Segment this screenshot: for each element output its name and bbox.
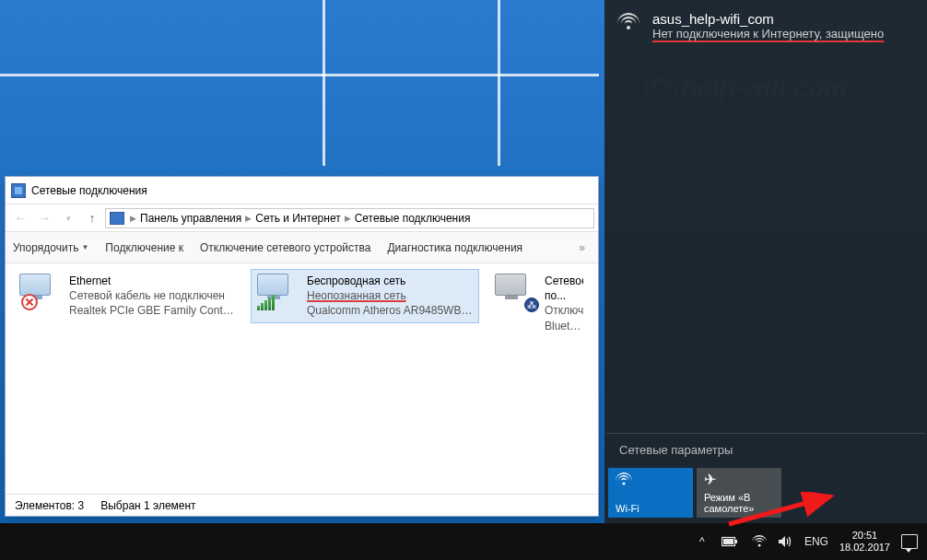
network-connections-window: Сетевые подключения ← → ▾ ↑ ▶ Панель упр…: [5, 176, 599, 517]
adapter-status: Отключено: [545, 303, 583, 318]
network-settings-link[interactable]: Сетевые параметры: [604, 434, 927, 464]
adapter-name: Сетевое по...: [545, 274, 583, 303]
status-bar: Элементов: 3 Выбран 1 элемент: [6, 494, 598, 516]
volume-icon[interactable]: [777, 533, 793, 550]
control-panel-icon: [110, 212, 124, 225]
tile-label: Режим «В самолете»: [704, 492, 774, 514]
clock-date: 18.02.2017: [839, 542, 890, 554]
address-bar: ← → ▾ ↑ ▶ Панель управления ▶ Сеть и Инт…: [6, 204, 598, 232]
system-tray: ^ ENG 20:51 18.02.2017: [694, 530, 927, 553]
adapter-list: Ethernet Сетевой кабель не подключен Rea…: [6, 263, 598, 494]
breadcrumb-connections[interactable]: Сетевые подключения: [355, 212, 471, 225]
titlebar[interactable]: Сетевые подключения: [6, 177, 598, 204]
network-flyout: asus_help-wifi_com Нет подключения к Инт…: [604, 0, 927, 523]
diagnose-button[interactable]: Диагностика подключения: [387, 241, 522, 254]
window-title: Сетевые подключения: [31, 184, 147, 197]
language-indicator[interactable]: ENG: [804, 533, 828, 550]
adapter-name: Беспроводная сеть: [307, 274, 473, 288]
breadcrumb[interactable]: ▶ Панель управления ▶ Сеть и Интернет ▶ …: [105, 208, 594, 228]
battery-icon[interactable]: [722, 533, 738, 550]
selection-count: Выбран 1 элемент: [100, 499, 195, 512]
window-icon: [11, 183, 26, 198]
chevron-right-icon: ▶: [345, 214, 351, 223]
network-ssid: asus_help-wifi_com: [652, 11, 884, 27]
command-bar: Упорядочить▼ Подключение к Отключение се…: [6, 232, 598, 263]
adapter-device: Realtek PCIe GBE Family Controller: [69, 303, 235, 318]
organize-menu[interactable]: Упорядочить▼: [13, 241, 88, 254]
item-count: Элементов: 3: [15, 499, 84, 512]
airplane-mode-tile[interactable]: ✈ Режим «В самолете»: [697, 468, 781, 518]
tray-overflow-icon[interactable]: ^: [694, 533, 710, 550]
nav-back-button[interactable]: ←: [9, 207, 31, 229]
clock-time: 20:51: [839, 530, 890, 542]
breadcrumb-network[interactable]: Сеть и Интернет: [255, 212, 340, 225]
chevron-right-icon[interactable]: »: [573, 241, 591, 254]
tile-label: Wi-Fi: [616, 503, 686, 514]
adapter-status: Неопознанная сеть: [307, 288, 473, 303]
chevron-right-icon: ▶: [130, 214, 136, 223]
disable-device-button[interactable]: Отключение сетевого устройства: [200, 241, 370, 254]
svg-rect-1: [735, 540, 737, 543]
taskbar: ^ ENG 20:51 18.02.2017: [0, 523, 927, 560]
nav-up-button[interactable]: ↑: [81, 207, 103, 229]
taskbar-clock[interactable]: 20:51 18.02.2017: [839, 530, 890, 553]
adapter-name: Ethernet: [69, 274, 235, 288]
nav-recent-button[interactable]: ▾: [57, 207, 79, 229]
nav-forward-button[interactable]: →: [33, 207, 55, 229]
network-status: Нет подключения к Интернету, защищено: [652, 27, 884, 41]
svg-rect-2: [723, 539, 733, 544]
wifi-tile[interactable]: Wi-Fi: [608, 468, 693, 518]
adapter-bluetooth[interactable]: ⁂ Сетевое по... Отключено Bluetooth D...: [488, 269, 590, 338]
bluetooth-adapter-icon: ⁂: [495, 274, 537, 310]
wifi-adapter-icon: [257, 274, 299, 310]
wifi-icon: [617, 13, 640, 31]
adapter-device: Bluetooth D...: [545, 319, 583, 333]
airplane-icon: ✈: [704, 472, 774, 489]
quick-tiles: Wi-Fi ✈ Режим «В самолете»: [604, 464, 927, 523]
network-tray-icon[interactable]: [749, 533, 766, 550]
action-center-icon[interactable]: [901, 534, 918, 549]
adapter-device: Qualcomm Atheros AR9485WB-E...: [307, 303, 473, 318]
ethernet-icon: [19, 274, 62, 310]
connect-to-button[interactable]: Подключение к: [105, 241, 183, 254]
adapter-wireless[interactable]: Беспроводная сеть Неопознанная сеть Qual…: [251, 269, 479, 323]
breadcrumb-root[interactable]: Панель управления: [140, 212, 241, 225]
current-network[interactable]: asus_help-wifi_com Нет подключения к Инт…: [604, 0, 927, 57]
wifi-icon: [616, 472, 686, 489]
adapter-ethernet[interactable]: Ethernet Сетевой кабель не подключен Rea…: [13, 269, 241, 323]
network-list-area: [604, 57, 927, 433]
chevron-right-icon: ▶: [245, 214, 252, 223]
adapter-status: Сетевой кабель не подключен: [69, 288, 235, 303]
